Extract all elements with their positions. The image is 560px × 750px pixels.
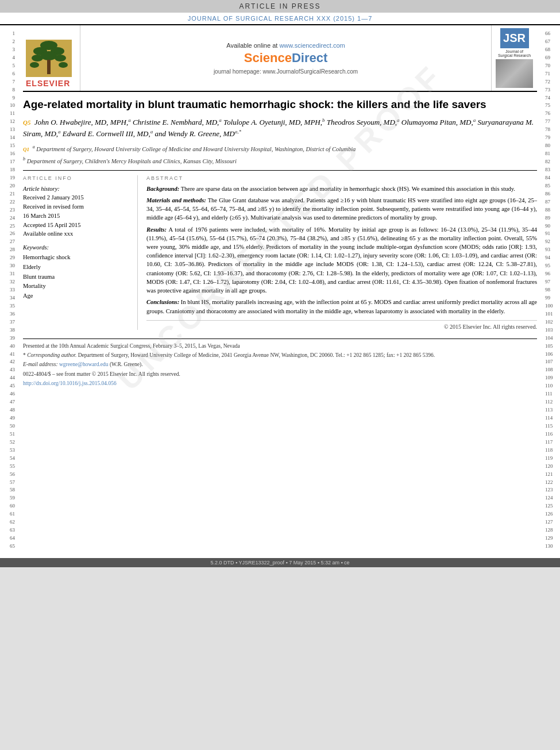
- line-number: 92: [545, 238, 558, 246]
- line-number: 88: [545, 206, 558, 214]
- line-number: 47: [2, 398, 15, 406]
- svg-rect-7: [47, 60, 51, 74]
- line-number: 61: [2, 510, 15, 518]
- line-number: 60: [2, 502, 15, 510]
- line-number: 13: [2, 126, 15, 134]
- line-number: 29: [2, 254, 15, 262]
- line-number: 102: [545, 318, 558, 326]
- line-number: 81: [545, 150, 558, 158]
- line-number: 113: [545, 406, 558, 414]
- corresponding-label: * Corresponding author.: [23, 352, 76, 358]
- jsr-logo: JSR Journal ofSurgical Research: [491, 25, 537, 91]
- line-number: 82: [545, 158, 558, 166]
- line-number: 130: [545, 543, 558, 551]
- line-number: 119: [545, 455, 558, 463]
- line-number: 107: [545, 358, 558, 366]
- keywords-label: Keywords:: [23, 243, 132, 253]
- line-number: 74: [545, 94, 558, 102]
- line-number: 99: [545, 294, 558, 302]
- line-number: 18: [2, 166, 15, 174]
- jsr-box: JSR: [500, 28, 529, 48]
- line-number: 126: [545, 510, 558, 518]
- keyword-item: Age: [23, 291, 132, 301]
- line-number: 35: [2, 302, 15, 310]
- line-number: 52: [2, 439, 15, 447]
- line-number: 103: [545, 326, 558, 334]
- line-number: 53: [2, 447, 15, 455]
- line-number: 45: [2, 382, 15, 390]
- line-number: 104: [545, 334, 558, 343]
- line-number: 90: [545, 222, 558, 230]
- q1-marker: Q1: [23, 147, 29, 152]
- sciencedirect-link[interactable]: www.sciencedirect.com: [279, 42, 345, 49]
- line-number: 123: [545, 486, 558, 494]
- line-number: 44: [2, 374, 15, 382]
- doi-link[interactable]: http://dx.doi.org/10.1016/j.jss.2015.04.…: [23, 380, 117, 386]
- line-number: 78: [545, 126, 558, 134]
- line-number: 54: [2, 455, 15, 463]
- line-number: 101: [545, 310, 558, 318]
- received2-label: Received in revised form: [23, 202, 132, 211]
- line-number: 98: [545, 286, 558, 294]
- line-number: 49: [2, 414, 15, 422]
- corresponding-text: * Corresponding author. Department of Su…: [23, 352, 537, 359]
- sciencedirect-brand: ScienceDirect: [244, 51, 328, 66]
- line-number: 28: [2, 246, 15, 254]
- email-link[interactable]: wgreene@howard.edu: [59, 361, 109, 367]
- svg-point-8: [30, 62, 39, 68]
- available-online: Available online xxx: [23, 229, 132, 239]
- corresponding-details: Department of Surgery, Howard University…: [78, 352, 435, 358]
- svg-point-6: [55, 55, 66, 61]
- available-online-text: Available online at www.sciencedirect.co…: [226, 42, 345, 49]
- accepted-date: Accepted 15 April 2015: [23, 221, 132, 230]
- line-number: 24: [2, 214, 15, 222]
- email-label: E-mail address:: [23, 361, 58, 367]
- line-number: 32: [2, 278, 15, 286]
- presented-text: Presented at the 10th Annual Academic Su…: [23, 343, 537, 350]
- line-number: 86: [545, 190, 558, 198]
- line-number: 9: [2, 94, 15, 102]
- line-number: 79: [545, 134, 558, 142]
- line-number: 40: [2, 343, 15, 351]
- authors: Q5 John O. Hwabejire, MD, MPH,a Christin…: [23, 117, 537, 140]
- jsr-journal-image: [496, 59, 533, 88]
- elsevier-tree-image: [26, 40, 72, 77]
- line-number: 1: [2, 30, 15, 38]
- line-number: 41: [2, 351, 15, 359]
- direct-text: Direct: [292, 51, 327, 65]
- line-number: 5: [2, 62, 15, 70]
- line-number: 39: [2, 334, 15, 343]
- line-number: 67: [545, 38, 558, 46]
- line-number: 55: [2, 463, 15, 471]
- line-number: 116: [545, 430, 558, 439]
- abstract-label: ABSTRACT: [146, 175, 537, 181]
- background-paragraph: Background: There are sparse data on the…: [146, 184, 537, 193]
- received2-date: 16 March 2015: [23, 211, 132, 221]
- affiliations: Q1 a Department of Surgery, Howard Unive…: [23, 144, 537, 165]
- line-number: 91: [545, 230, 558, 238]
- line-number: 62: [2, 518, 15, 526]
- line-number: 50: [2, 422, 15, 430]
- line-number: 27: [2, 238, 15, 246]
- line-number: 120: [545, 463, 558, 471]
- line-number: 31: [2, 270, 15, 278]
- line-number: 26: [2, 230, 15, 238]
- line-number: 122: [545, 479, 558, 487]
- conclusions-label: Conclusions:: [146, 299, 179, 305]
- science-text: Science: [244, 51, 292, 65]
- line-number: 38: [2, 326, 15, 334]
- footer: Presented at the 10th Annual Academic Su…: [23, 339, 537, 387]
- line-number: 63: [2, 526, 15, 534]
- history-label: Article history:: [23, 184, 132, 194]
- line-number: 56: [2, 471, 15, 479]
- line-number: 97: [545, 278, 558, 286]
- line-number: 37: [2, 318, 15, 326]
- line-number: 33: [2, 286, 15, 294]
- line-number: 112: [545, 398, 558, 406]
- line-number: 127: [545, 518, 558, 526]
- keyword-item: Hemorrhagic shock: [23, 253, 132, 263]
- line-number: 83: [545, 166, 558, 174]
- line-number: 20: [2, 182, 15, 190]
- line-number: 36: [2, 310, 15, 318]
- line-number: 111: [545, 390, 558, 398]
